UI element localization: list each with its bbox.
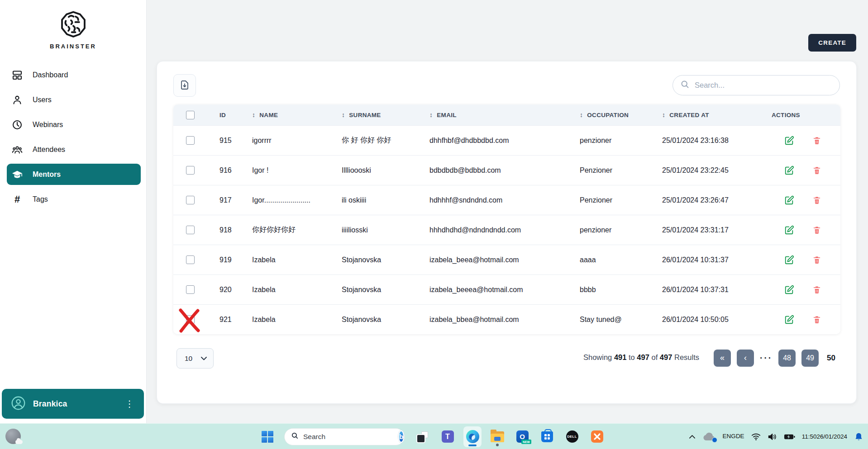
windows-start-button[interactable] bbox=[262, 431, 273, 443]
row-checkbox[interactable] bbox=[186, 196, 195, 204]
edit-button[interactable] bbox=[784, 285, 794, 295]
cell-occupation: Stay tuned@ bbox=[580, 316, 622, 323]
sidebar-item-label: Users bbox=[33, 96, 52, 104]
results-to: 497 bbox=[637, 353, 649, 361]
language-switcher[interactable]: ENG DE bbox=[723, 433, 744, 440]
dell-app-button[interactable]: DELL bbox=[563, 426, 581, 447]
column-header-occupation[interactable]: OCCUPATION bbox=[587, 112, 629, 118]
sort-icon[interactable]: ↕ bbox=[662, 111, 665, 118]
tray-chevron-up-icon[interactable] bbox=[689, 435, 696, 439]
edit-button[interactable] bbox=[784, 195, 794, 205]
delete-button[interactable] bbox=[812, 225, 821, 235]
row-checkbox[interactable] bbox=[186, 285, 195, 294]
row-checkbox[interactable] bbox=[186, 226, 195, 234]
sort-icon[interactable]: ↕ bbox=[580, 111, 583, 118]
language-primary: ENG bbox=[723, 433, 736, 440]
file-explorer-button[interactable] bbox=[488, 426, 506, 447]
sidebar-item-label: Mentors bbox=[33, 170, 61, 179]
edit-button[interactable] bbox=[784, 255, 794, 265]
sidebar-item-label: Tags bbox=[33, 195, 48, 203]
cell-email: izabela_beeea@hotmail.com bbox=[426, 286, 576, 294]
cell-occupation: Penzioner bbox=[576, 196, 658, 204]
delete-button[interactable] bbox=[812, 255, 821, 265]
wifi-icon[interactable] bbox=[751, 433, 761, 441]
edit-button[interactable] bbox=[784, 315, 794, 325]
outlook-app-button[interactable]: O NEW bbox=[513, 426, 531, 447]
brand-logo: BRAINSTER bbox=[0, 0, 146, 58]
onedrive-cloud-icon[interactable] bbox=[702, 432, 716, 441]
current-page[interactable]: 50 bbox=[827, 354, 835, 363]
sidebar-item-users[interactable]: Users bbox=[0, 87, 146, 112]
delete-button[interactable] bbox=[812, 285, 821, 295]
delete-button[interactable] bbox=[812, 195, 821, 205]
results-from: 491 bbox=[614, 353, 627, 361]
taskbar-clock[interactable]: 11:50 26/01/2024 bbox=[802, 433, 847, 441]
export-button[interactable] bbox=[173, 74, 196, 97]
user-profile-bar[interactable]: Brankica ⋮ bbox=[2, 389, 144, 419]
table-search bbox=[672, 75, 840, 95]
cell-email: bdbdbdb@bdbbd.com bbox=[426, 166, 576, 175]
cell-email: izabela_beea@hotmail.com bbox=[426, 256, 576, 264]
sidebar-item-webinars[interactable]: Webinars bbox=[0, 112, 146, 137]
sidebar-item-label: Attendees bbox=[33, 146, 65, 154]
first-page-button[interactable]: « bbox=[714, 350, 731, 367]
page-48-button[interactable]: 48 bbox=[778, 350, 796, 367]
row-checkbox[interactable] bbox=[186, 166, 195, 175]
edit-button[interactable] bbox=[784, 165, 794, 175]
sidebar-item-dashboard[interactable]: Dashboard bbox=[0, 62, 146, 87]
cell-surname: iiiiliosski bbox=[338, 226, 426, 234]
mentors-table-card: ID ↕NAME ↕SURNAME ↕EMAIL ↕OCCUPATION ↕CR… bbox=[157, 61, 857, 404]
page-size-value: 10 bbox=[185, 354, 192, 363]
cell-name: Izabela bbox=[248, 286, 338, 294]
sort-icon[interactable]: ↕ bbox=[252, 111, 255, 118]
page-49-button[interactable]: 49 bbox=[801, 350, 819, 367]
sidebar-item-tags[interactable]: # Tags bbox=[0, 187, 146, 212]
edge-app-button[interactable] bbox=[463, 426, 482, 447]
cell-created-at: 26/01/2024 10:37:31 bbox=[658, 286, 759, 294]
delete-button[interactable] bbox=[812, 136, 821, 146]
cell-occupation: aaaa bbox=[576, 256, 658, 264]
user-menu-dots-icon[interactable]: ⋮ bbox=[125, 398, 134, 409]
teams-app-button[interactable]: T bbox=[439, 426, 457, 447]
cell-id: 917 bbox=[209, 196, 248, 204]
volume-icon[interactable] bbox=[768, 433, 777, 441]
xampp-app-button[interactable] bbox=[588, 426, 606, 447]
column-header-email[interactable]: EMAIL bbox=[437, 112, 457, 118]
row-checkbox[interactable] bbox=[186, 255, 195, 264]
page-size-select[interactable]: 10 bbox=[176, 348, 214, 369]
delete-button[interactable] bbox=[812, 165, 821, 175]
create-button[interactable]: CREATE bbox=[808, 34, 856, 52]
table-row: 918 你好你好你好 iiiiliosski hhhdhdhd@ndndndnd… bbox=[173, 215, 840, 245]
previous-page-button[interactable]: ‹ bbox=[737, 350, 754, 367]
sort-icon[interactable]: ↕ bbox=[342, 111, 345, 118]
battery-charging-icon[interactable] bbox=[784, 433, 795, 440]
cell-occupation: bbbb bbox=[576, 286, 658, 294]
microsoft-store-icon bbox=[541, 431, 553, 442]
cell-surname: Stojanovska bbox=[338, 256, 426, 264]
sidebar-item-mentors[interactable]: Mentors bbox=[7, 164, 141, 185]
table-row: 919 Izabela Stojanovska izabela_beea@hot… bbox=[173, 245, 840, 274]
cell-id: 920 bbox=[209, 286, 248, 294]
taskbar-search-input[interactable] bbox=[303, 433, 394, 441]
search-input[interactable] bbox=[695, 81, 832, 90]
edit-button[interactable] bbox=[784, 136, 794, 146]
sidebar-nav: Dashboard Users Webinars bbox=[0, 62, 146, 212]
column-header-created-at[interactable]: CREATED AT bbox=[669, 112, 709, 118]
clock-icon bbox=[12, 119, 23, 130]
task-view-button[interactable] bbox=[414, 426, 432, 447]
sidebar-item-attendees[interactable]: Attendees bbox=[0, 137, 146, 162]
row-checkbox[interactable] bbox=[186, 136, 195, 145]
outlook-icon: O NEW bbox=[516, 430, 529, 443]
notification-bell-icon[interactable] bbox=[854, 432, 863, 442]
delete-button[interactable] bbox=[812, 315, 821, 325]
select-all-checkbox[interactable] bbox=[186, 111, 195, 119]
column-header-surname[interactable]: SURNAME bbox=[349, 112, 381, 118]
edit-button[interactable] bbox=[784, 225, 794, 235]
microsoft-store-button[interactable] bbox=[538, 426, 556, 447]
taskbar-search[interactable]: b bbox=[284, 428, 405, 445]
weather-widget-icon[interactable] bbox=[5, 429, 22, 445]
sort-icon[interactable]: ↕ bbox=[429, 111, 433, 118]
row-checkbox[interactable] bbox=[186, 315, 195, 324]
column-header-name[interactable]: NAME bbox=[259, 112, 278, 118]
sidebar: BRAINSTER Dashboard Users bbox=[0, 0, 147, 423]
